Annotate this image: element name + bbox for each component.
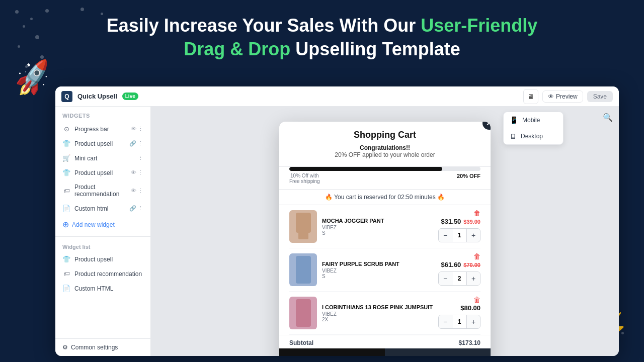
sidebar-item-label: Product recommendation bbox=[74, 184, 127, 198]
cart-header: Shopping Cart Congratulations!! 20% OFF … bbox=[279, 122, 491, 167]
wl-html-icon: 📄 bbox=[62, 285, 70, 292]
qty-decrease-2[interactable]: − bbox=[439, 272, 452, 285]
topbar-actions: 🖥 👁 Preview Save bbox=[523, 89, 613, 104]
svg-rect-2 bbox=[296, 256, 311, 284]
item-name-1: MOCHA JOGGER PANT bbox=[322, 218, 433, 224]
quantity-control-1: − + bbox=[438, 228, 480, 242]
quantity-control-3: − + bbox=[438, 315, 480, 329]
qty-decrease-1[interactable]: − bbox=[439, 229, 452, 242]
qty-increase-1[interactable]: + bbox=[467, 229, 480, 242]
cart-footer: No, thanks Checkout Now bbox=[279, 348, 491, 356]
widget-list-custom-html[interactable]: 📄 Custom HTML bbox=[55, 281, 150, 296]
item-image-1 bbox=[289, 210, 317, 243]
cart-title: Shopping Cart bbox=[289, 130, 480, 140]
save-button[interactable]: Save bbox=[587, 91, 613, 102]
item-price-2: $61.60 $70.00 bbox=[438, 261, 480, 268]
item-brand-1: VIBEZ bbox=[322, 225, 433, 230]
qty-decrease-3[interactable]: − bbox=[439, 315, 452, 328]
qty-value-1[interactable] bbox=[452, 229, 467, 242]
item-details-3: I CORINTHIANS 13 ROSE PINK JUMPSUIT VIBE… bbox=[322, 304, 433, 322]
checkout-button[interactable]: Checkout Now bbox=[385, 348, 491, 356]
cart-item: I CORINTHIANS 13 ROSE PINK JUMPSUIT VIBE… bbox=[289, 292, 480, 335]
hero-section: Easily Increase Your Sales With Our User… bbox=[0, 14, 644, 61]
progress-fill bbox=[289, 167, 442, 171]
mini-cart-icon: 🛒 bbox=[62, 154, 70, 162]
widget-list-title: Widget list bbox=[55, 240, 150, 252]
sidebar-divider bbox=[55, 236, 150, 237]
item-image-3 bbox=[289, 297, 317, 329]
cart-discount-text: 20% OFF applied to your whole order bbox=[289, 151, 480, 158]
desktop-icon: 🖥 bbox=[510, 132, 517, 140]
progress-labels: 10% Off with Free shipping 20% OFF bbox=[289, 173, 480, 184]
item-details-1: MOCHA JOGGER PANT VIBEZ S bbox=[322, 218, 433, 236]
item-actions: 👁 ⋮ bbox=[131, 188, 143, 194]
sidebar-item-product-upsell-1[interactable]: 👕 Product upsell 🔗 ⋮ bbox=[55, 136, 150, 151]
brand-icon: Q bbox=[61, 91, 72, 102]
mobile-icon: 📱 bbox=[510, 116, 518, 124]
progress-bar-icon: ⊙ bbox=[62, 125, 70, 133]
desktop-option[interactable]: 🖥 Desktop bbox=[504, 128, 563, 144]
delete-item-1-button[interactable]: 🗑 bbox=[473, 209, 480, 217]
item-actions: 🔗 ⋮ bbox=[129, 140, 143, 147]
item-right-3: 🗑 $80.00 − + bbox=[438, 297, 480, 329]
device-toggle-button[interactable]: 🖥 bbox=[523, 89, 538, 104]
widget-label: Product recommendation bbox=[74, 270, 143, 278]
item-brand-3: VIBEZ bbox=[322, 311, 433, 317]
subtotal-value: $173.10 bbox=[459, 339, 480, 346]
product-upsell-icon-2: 👕 bbox=[62, 169, 70, 176]
recommendation-icon: 🏷 bbox=[62, 187, 70, 195]
cart-modal: ✕ Shopping Cart Congratulations!! 20% OF… bbox=[279, 122, 491, 356]
qty-increase-2[interactable]: + bbox=[467, 272, 480, 285]
sidebar-item-custom-html[interactable]: 📄 Custom html 🔗 ⋮ bbox=[55, 201, 150, 216]
widget-list-product-recommendation[interactable]: 🏷 Product recommendation bbox=[55, 266, 150, 281]
sidebar-item-mini-cart[interactable]: 🛒 Mini cart ⋮ bbox=[55, 151, 150, 165]
svg-rect-1 bbox=[298, 232, 308, 239]
item-brand-2: VIBEZ bbox=[322, 268, 433, 274]
custom-html-icon: 📄 bbox=[62, 205, 70, 212]
cart-congrats: Congratulations!! bbox=[289, 144, 480, 151]
common-settings-button[interactable]: ⚙ Common settings bbox=[55, 338, 150, 356]
mobile-option[interactable]: 📱 Mobile bbox=[504, 112, 563, 128]
wl-product-icon: 👕 bbox=[62, 255, 70, 263]
sidebar-item-label: Custom html bbox=[74, 205, 125, 212]
progress-track bbox=[289, 167, 480, 171]
qty-value-2[interactable] bbox=[452, 272, 467, 285]
progress-label-right: 20% OFF bbox=[457, 173, 480, 184]
cart-item: MOCHA JOGGER PANT VIBEZ S 🗑 $31.50 $39.0… bbox=[289, 205, 480, 248]
subtotal-label: Subtotal bbox=[289, 339, 313, 346]
item-variant-2: S bbox=[322, 274, 433, 279]
sidebar-item-label: Mini cart bbox=[74, 155, 134, 162]
live-badge: Live bbox=[122, 93, 138, 100]
item-actions: 👁 ⋮ bbox=[131, 169, 143, 176]
gear-icon: ⚙ bbox=[62, 344, 68, 351]
sidebar: Widgets ⊙ Progress bar 👁 ⋮ 👕 Product ups… bbox=[55, 107, 151, 356]
plus-icon: ⊕ bbox=[62, 220, 69, 229]
no-thanks-button[interactable]: No, thanks bbox=[279, 348, 385, 356]
svg-rect-0 bbox=[296, 213, 311, 233]
widget-label: Custom HTML bbox=[74, 285, 143, 292]
item-actions: ⋮ bbox=[138, 155, 143, 161]
delete-item-2-button[interactable]: 🗑 bbox=[473, 252, 480, 260]
editor-window: Q Quick Upsell Live 🖥 👁 Preview Save 📱 M… bbox=[55, 86, 619, 356]
topbar: Q Quick Upsell Live 🖥 👁 Preview Save bbox=[55, 86, 619, 107]
preview-button[interactable]: 👁 Preview bbox=[542, 90, 583, 103]
rocket-decoration: 🚀 bbox=[11, 57, 54, 99]
wl-recommendation-icon: 🏷 bbox=[62, 270, 70, 278]
item-details-2: FAIRY PURPLE SCRUB PANT VIBEZ S bbox=[322, 261, 433, 279]
item-name-3: I CORINTHIANS 13 ROSE PINK JUMPSUIT bbox=[322, 304, 433, 310]
sidebar-item-progress-bar[interactable]: ⊙ Progress bar 👁 ⋮ bbox=[55, 122, 150, 136]
sidebar-item-product-upsell-2[interactable]: 👕 Product upsell 👁 ⋮ bbox=[55, 165, 150, 180]
widget-list-product-upsell[interactable]: 👕 Product upsell bbox=[55, 252, 150, 266]
item-variant-1: S bbox=[322, 230, 433, 236]
qty-value-3[interactable] bbox=[452, 315, 467, 328]
search-icon[interactable]: 🔍 bbox=[603, 113, 613, 122]
add-new-widget-button[interactable]: ⊕ Add new widget bbox=[55, 216, 150, 233]
sidebar-item-product-recommendation[interactable]: 🏷 Product recommendation 👁 ⋮ bbox=[55, 180, 150, 201]
qty-increase-3[interactable]: + bbox=[467, 315, 480, 328]
cart-subtotal: Subtotal $173.10 bbox=[279, 335, 491, 348]
cart-timer: 🔥 You cart is reserved for 02:50 minutes… bbox=[279, 190, 491, 205]
delete-item-3-button[interactable]: 🗑 bbox=[473, 296, 480, 304]
progress-label-left: 10% Off with Free shipping bbox=[289, 173, 320, 184]
item-name-2: FAIRY PURPLE SCRUB PANT bbox=[322, 261, 433, 267]
item-image-2 bbox=[289, 253, 317, 286]
